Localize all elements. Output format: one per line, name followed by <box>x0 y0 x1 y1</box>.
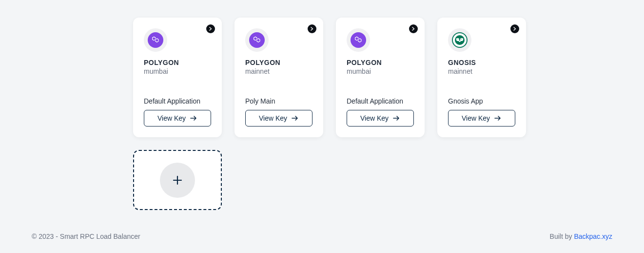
view-key-label: View Key <box>360 114 389 122</box>
arrow-right-circle-icon <box>411 26 416 31</box>
app-card: POLYGON mumbai Default Application View … <box>133 18 222 137</box>
arrow-right-icon <box>494 114 502 122</box>
footer: © 2023 - Smart RPC Load Balancer Built b… <box>0 232 644 240</box>
view-key-label: View Key <box>157 114 186 122</box>
plus-icon <box>172 175 183 186</box>
app-card: GNOSIS mainnet Gnosis App View Key <box>437 18 526 137</box>
app-name: Gnosis App <box>448 97 515 105</box>
app-card: POLYGON mumbai Default Application View … <box>336 18 425 137</box>
gnosis-chain-icon <box>452 32 468 48</box>
polygon-chain-icon <box>249 32 265 48</box>
chain-name: GNOSIS <box>448 59 515 66</box>
chain-icon-wrapper <box>448 28 471 52</box>
navigate-button[interactable] <box>308 24 316 33</box>
network-name: mainnet <box>245 67 312 75</box>
arrow-right-circle-icon <box>310 26 314 31</box>
chain-icon-wrapper <box>245 28 269 52</box>
view-key-label: View Key <box>462 114 490 122</box>
navigate-button[interactable] <box>409 24 418 33</box>
chain-name: POLYGON <box>245 59 312 66</box>
footer-copyright: © 2023 - Smart RPC Load Balancer <box>32 232 140 240</box>
arrow-right-icon <box>392 114 400 122</box>
navigate-button[interactable] <box>206 24 215 33</box>
network-name: mumbai <box>347 67 414 75</box>
view-key-button[interactable]: View Key <box>448 110 515 126</box>
network-name: mumbai <box>144 67 211 75</box>
app-name: Default Application <box>144 97 211 105</box>
chain-name: POLYGON <box>347 59 414 66</box>
svg-point-0 <box>455 35 465 45</box>
add-app-button[interactable] <box>133 150 222 210</box>
arrow-right-circle-icon <box>208 26 213 31</box>
footer-builtby-prefix: Built by <box>550 232 574 240</box>
arrow-right-icon <box>291 114 299 122</box>
arrow-right-circle-icon <box>512 26 517 31</box>
footer-link[interactable]: Backpac.xyz <box>574 232 612 240</box>
chain-name: POLYGON <box>144 59 211 66</box>
view-key-button[interactable]: View Key <box>347 110 414 126</box>
app-card: POLYGON mainnet Poly Main View Key <box>234 18 323 137</box>
chain-icon-wrapper <box>144 28 167 52</box>
chain-icon-wrapper <box>347 28 370 52</box>
polygon-chain-icon <box>148 32 163 48</box>
view-key-button[interactable]: View Key <box>245 110 312 126</box>
plus-circle <box>160 163 195 198</box>
network-name: mainnet <box>448 67 515 75</box>
cards-container: POLYGON mumbai Default Application View … <box>101 0 644 210</box>
arrow-right-icon <box>190 114 197 122</box>
app-name: Default Application <box>347 97 414 105</box>
navigate-button[interactable] <box>510 24 519 33</box>
app-name: Poly Main <box>245 97 312 105</box>
view-key-label: View Key <box>259 114 287 122</box>
footer-builtby: Built by Backpac.xyz <box>550 232 612 240</box>
polygon-chain-icon <box>351 32 366 48</box>
view-key-button[interactable]: View Key <box>144 110 211 126</box>
